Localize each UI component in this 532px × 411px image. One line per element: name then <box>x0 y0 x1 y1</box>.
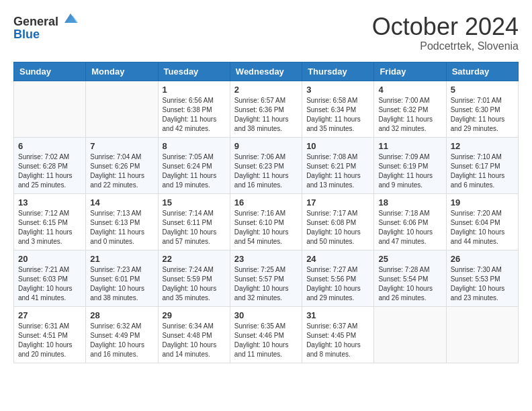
calendar-day: 11Sunrise: 7:09 AMSunset: 6:19 PMDayligh… <box>374 137 446 193</box>
calendar-day: 4Sunrise: 7:00 AMSunset: 6:32 PMDaylight… <box>374 81 446 137</box>
day-number: 14 <box>90 197 153 208</box>
calendar-day: 14Sunrise: 7:13 AMSunset: 6:13 PMDayligh… <box>86 193 158 250</box>
day-detail: Sunrise: 6:31 AMSunset: 4:51 PMDaylight:… <box>18 322 81 359</box>
calendar-day: 5Sunrise: 7:01 AMSunset: 6:30 PMDaylight… <box>446 81 518 137</box>
day-number: 30 <box>234 310 298 320</box>
day-detail: Sunrise: 7:27 AMSunset: 5:56 PMDaylight:… <box>306 265 369 303</box>
day-number: 16 <box>234 197 298 208</box>
day-detail: Sunrise: 7:04 AMSunset: 6:26 PMDaylight:… <box>90 152 153 190</box>
day-detail: Sunrise: 7:23 AMSunset: 6:01 PMDaylight:… <box>90 265 153 303</box>
day-detail: Sunrise: 7:14 AMSunset: 6:11 PMDaylight:… <box>163 209 226 246</box>
weekday-header-saturday: Saturday <box>446 62 518 81</box>
day-number: 4 <box>378 85 441 95</box>
calendar-day: 3Sunrise: 6:58 AMSunset: 6:34 PMDaylight… <box>302 81 374 137</box>
calendar-day: 13Sunrise: 7:12 AMSunset: 6:15 PMDayligh… <box>14 193 86 250</box>
logo-text: General <box>13 13 78 28</box>
day-number: 11 <box>378 141 441 151</box>
calendar-day: 9Sunrise: 7:06 AMSunset: 6:23 PMDaylight… <box>230 137 302 193</box>
calendar-week-3: 13Sunrise: 7:12 AMSunset: 6:15 PMDayligh… <box>14 193 519 250</box>
calendar-day: 7Sunrise: 7:04 AMSunset: 6:26 PMDaylight… <box>86 137 158 193</box>
calendar-day: 15Sunrise: 7:14 AMSunset: 6:11 PMDayligh… <box>158 193 230 250</box>
day-number: 18 <box>378 197 441 208</box>
logo: General Blue <box>13 13 78 41</box>
day-number: 13 <box>18 197 81 208</box>
calendar-day: 10Sunrise: 7:08 AMSunset: 6:21 PMDayligh… <box>302 137 374 193</box>
calendar-week-5: 27Sunrise: 6:31 AMSunset: 4:51 PMDayligh… <box>14 306 519 363</box>
weekday-header-wednesday: Wednesday <box>230 62 302 81</box>
calendar-day: 8Sunrise: 7:05 AMSunset: 6:24 PMDaylight… <box>158 137 230 193</box>
calendar-location: Podcetrtek, Slovenia <box>372 40 519 52</box>
day-number: 6 <box>18 141 81 151</box>
day-number: 27 <box>18 310 81 320</box>
calendar-day: 20Sunrise: 7:21 AMSunset: 6:03 PMDayligh… <box>14 250 86 306</box>
day-detail: Sunrise: 6:34 AMSunset: 4:48 PMDaylight:… <box>163 322 226 359</box>
calendar-day: 26Sunrise: 7:30 AMSunset: 5:53 PMDayligh… <box>446 250 518 306</box>
day-number: 12 <box>451 141 514 151</box>
calendar-day: 22Sunrise: 7:24 AMSunset: 5:59 PMDayligh… <box>158 250 230 306</box>
calendar-day <box>446 306 518 363</box>
calendar-week-2: 6Sunrise: 7:02 AMSunset: 6:28 PMDaylight… <box>14 137 519 193</box>
day-detail: Sunrise: 7:05 AMSunset: 6:24 PMDaylight:… <box>163 152 226 190</box>
day-detail: Sunrise: 6:35 AMSunset: 4:46 PMDaylight:… <box>234 322 298 359</box>
calendar-day: 23Sunrise: 7:25 AMSunset: 5:57 PMDayligh… <box>230 250 302 306</box>
day-number: 3 <box>306 85 369 95</box>
calendar-day <box>86 81 158 137</box>
day-number: 29 <box>163 310 226 320</box>
day-number: 23 <box>234 254 298 264</box>
weekday-header-row: SundayMondayTuesdayWednesdayThursdayFrid… <box>14 62 519 81</box>
logo-general: General <box>13 15 58 28</box>
day-number: 28 <box>90 310 153 320</box>
calendar-day: 24Sunrise: 7:27 AMSunset: 5:56 PMDayligh… <box>302 250 374 306</box>
day-number: 5 <box>451 85 514 95</box>
calendar-day: 19Sunrise: 7:20 AMSunset: 6:04 PMDayligh… <box>446 193 518 250</box>
day-number: 15 <box>163 197 226 208</box>
calendar-day: 31Sunrise: 6:37 AMSunset: 4:45 PMDayligh… <box>302 306 374 363</box>
day-detail: Sunrise: 7:21 AMSunset: 6:03 PMDaylight:… <box>18 265 81 303</box>
day-number: 9 <box>234 141 298 151</box>
day-detail: Sunrise: 7:10 AMSunset: 6:17 PMDaylight:… <box>451 152 514 190</box>
day-number: 21 <box>90 254 153 264</box>
calendar-day: 6Sunrise: 7:02 AMSunset: 6:28 PMDaylight… <box>14 137 86 193</box>
day-detail: Sunrise: 7:09 AMSunset: 6:19 PMDaylight:… <box>378 152 441 190</box>
weekday-header-thursday: Thursday <box>302 62 374 81</box>
day-detail: Sunrise: 7:06 AMSunset: 6:23 PMDaylight:… <box>234 152 298 190</box>
day-number: 22 <box>163 254 226 264</box>
day-number: 17 <box>306 197 369 208</box>
calendar-week-1: 1Sunrise: 6:56 AMSunset: 6:38 PMDaylight… <box>14 81 519 137</box>
day-detail: Sunrise: 7:25 AMSunset: 5:57 PMDaylight:… <box>234 265 298 303</box>
day-number: 2 <box>234 85 298 95</box>
weekday-header-monday: Monday <box>86 62 158 81</box>
day-detail: Sunrise: 7:16 AMSunset: 6:10 PMDaylight:… <box>234 209 298 246</box>
day-detail: Sunrise: 7:18 AMSunset: 6:06 PMDaylight:… <box>378 209 441 246</box>
title-block: October 2024 Podcetrtek, Slovenia <box>372 13 519 52</box>
day-detail: Sunrise: 7:17 AMSunset: 6:08 PMDaylight:… <box>306 209 369 246</box>
day-detail: Sunrise: 7:00 AMSunset: 6:32 PMDaylight:… <box>378 96 441 134</box>
calendar-day: 1Sunrise: 6:56 AMSunset: 6:38 PMDaylight… <box>158 81 230 137</box>
calendar-day: 12Sunrise: 7:10 AMSunset: 6:17 PMDayligh… <box>446 137 518 193</box>
calendar-day: 17Sunrise: 7:17 AMSunset: 6:08 PMDayligh… <box>302 193 374 250</box>
calendar-day: 27Sunrise: 6:31 AMSunset: 4:51 PMDayligh… <box>14 306 86 363</box>
calendar-day <box>374 306 446 363</box>
day-detail: Sunrise: 6:37 AMSunset: 4:45 PMDaylight:… <box>306 322 369 359</box>
day-number: 19 <box>451 197 514 208</box>
logo-blue: Blue <box>13 28 40 41</box>
calendar-day: 18Sunrise: 7:18 AMSunset: 6:06 PMDayligh… <box>374 193 446 250</box>
day-number: 8 <box>163 141 226 151</box>
day-detail: Sunrise: 7:20 AMSunset: 6:04 PMDaylight:… <box>451 209 514 246</box>
day-number: 24 <box>306 254 369 264</box>
day-number: 31 <box>306 310 369 320</box>
day-detail: Sunrise: 6:56 AMSunset: 6:38 PMDaylight:… <box>163 96 226 134</box>
calendar-day: 30Sunrise: 6:35 AMSunset: 4:46 PMDayligh… <box>230 306 302 363</box>
day-detail: Sunrise: 7:12 AMSunset: 6:15 PMDaylight:… <box>18 209 81 246</box>
calendar-table: SundayMondayTuesdayWednesdayThursdayFrid… <box>13 62 519 363</box>
day-detail: Sunrise: 7:01 AMSunset: 6:30 PMDaylight:… <box>451 96 514 134</box>
calendar-day: 25Sunrise: 7:28 AMSunset: 5:54 PMDayligh… <box>374 250 446 306</box>
day-detail: Sunrise: 7:28 AMSunset: 5:54 PMDaylight:… <box>378 265 441 303</box>
day-detail: Sunrise: 7:08 AMSunset: 6:21 PMDaylight:… <box>306 152 369 190</box>
day-detail: Sunrise: 7:02 AMSunset: 6:28 PMDaylight:… <box>18 152 81 190</box>
weekday-header-friday: Friday <box>374 62 446 81</box>
day-number: 20 <box>18 254 81 264</box>
logo-icon <box>63 11 78 26</box>
day-detail: Sunrise: 7:24 AMSunset: 5:59 PMDaylight:… <box>163 265 226 303</box>
day-detail: Sunrise: 6:57 AMSunset: 6:36 PMDaylight:… <box>234 96 298 134</box>
